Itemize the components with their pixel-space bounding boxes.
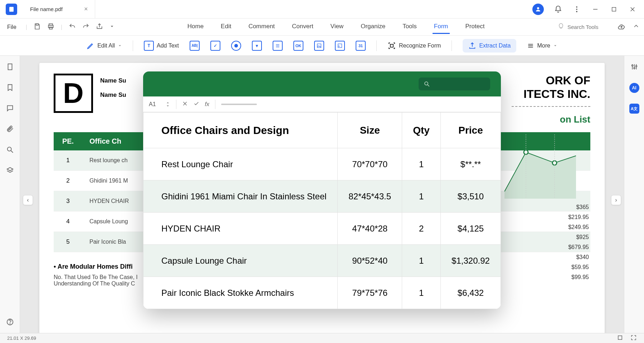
dropdown-field-button[interactable]: ▾ — [252, 41, 262, 51]
formula-bar: A1 fx — [143, 96, 501, 112]
help-button[interactable] — [6, 318, 14, 327]
document-tab[interactable]: File name.pdf × — [23, 0, 95, 18]
price-value: $679.95 — [568, 242, 589, 252]
dropdown-button[interactable] — [109, 24, 114, 30]
save-button[interactable] — [34, 23, 41, 31]
cell-qty[interactable]: 1 — [402, 148, 441, 180]
cell-price[interactable]: $3,510 — [441, 180, 501, 213]
radio-button[interactable] — [231, 41, 241, 51]
cell-size[interactable]: 70*70*70 — [338, 148, 402, 180]
menu-tab-edit[interactable]: Edit — [219, 20, 233, 34]
list-field-button[interactable] — [273, 41, 283, 51]
cell-name[interactable]: HYDEN CHAIR — [143, 213, 338, 245]
menu-tab-home[interactable]: Home — [186, 20, 205, 34]
redo-button[interactable] — [82, 23, 89, 31]
save-icon — [34, 23, 41, 30]
minimize-button[interactable] — [591, 5, 600, 14]
cell-name[interactable]: Rest Lounge Chair — [143, 148, 338, 180]
fit-page-button[interactable] — [617, 334, 623, 342]
file-menu[interactable]: File — [4, 24, 19, 30]
cell-name[interactable]: Ghidini 1961 Miami Chair In Stainless St… — [143, 180, 338, 213]
column-header[interactable]: Size — [338, 113, 402, 148]
print-button[interactable] — [47, 23, 54, 31]
menu-tab-protect[interactable]: Protect — [464, 20, 486, 34]
recognize-label: Recognize Form — [399, 43, 441, 49]
maximize-button[interactable] — [610, 5, 618, 14]
recognize-form-button[interactable]: Recognize Form — [387, 41, 441, 50]
user-avatar[interactable] — [532, 4, 544, 15]
close-window-button[interactable] — [628, 5, 637, 14]
add-text-button[interactable]: T Add Text — [144, 41, 179, 51]
column-header[interactable]: Price — [441, 113, 501, 148]
ok-button-field[interactable]: OK — [293, 41, 303, 51]
edit-all-button[interactable]: Edit All — [87, 42, 122, 50]
thumbnails-button[interactable] — [6, 63, 14, 72]
cell-price[interactable]: $4,125 — [441, 213, 501, 245]
stepper-icon[interactable] — [165, 101, 170, 108]
cell-name[interactable]: Pair Iconic Black Stokke Armchairs — [143, 277, 338, 309]
checkbox-button[interactable]: ✓ — [210, 41, 220, 51]
close-tab-icon[interactable]: × — [84, 5, 88, 13]
add-text-label: Add Text — [157, 43, 179, 49]
cell-reference[interactable]: A1 — [149, 101, 160, 108]
column-header[interactable]: Qty — [402, 113, 441, 148]
cell-size[interactable]: 79*75*76 — [338, 277, 402, 309]
translate-button[interactable]: A文 — [629, 104, 639, 114]
subtitle: on List — [512, 114, 590, 125]
comments-button[interactable] — [6, 104, 14, 114]
signature-field-button[interactable] — [335, 41, 345, 51]
next-page-button[interactable]: › — [611, 195, 621, 205]
search-tools-input[interactable] — [567, 24, 610, 30]
sheet-search[interactable] — [419, 78, 490, 90]
layers-button[interactable] — [6, 166, 14, 176]
menu-tab-view[interactable]: View — [329, 20, 345, 34]
ai-assistant-button[interactable]: AI — [629, 83, 639, 93]
prev-page-button[interactable]: ‹ — [23, 195, 33, 205]
notifications-button[interactable] — [554, 5, 562, 14]
collapse-ribbon-button[interactable] — [633, 23, 640, 32]
more-menu-button[interactable] — [572, 5, 581, 14]
cell-size[interactable]: 82*45*43.5 — [338, 180, 402, 213]
sliders-icon — [630, 63, 638, 71]
more-button[interactable]: More — [527, 42, 557, 49]
accept-formula-button[interactable] — [194, 101, 199, 108]
cell-price[interactable]: $6,432 — [441, 277, 501, 309]
cell-size[interactable]: 90*52*40 — [338, 245, 402, 277]
svg-point-26 — [10, 323, 10, 324]
cloud-upload-button[interactable] — [618, 23, 625, 32]
cancel-formula-button[interactable] — [182, 101, 188, 108]
cell-price[interactable]: $**.** — [441, 148, 501, 180]
svg-point-4 — [576, 11, 577, 12]
cell-name[interactable]: Capsule Lounge Chair — [143, 245, 338, 277]
cell-qty[interactable]: 1 — [402, 245, 441, 277]
menu-tab-convert[interactable]: Convert — [291, 20, 315, 34]
attachments-button[interactable] — [6, 125, 14, 134]
left-sidebar — [0, 56, 20, 334]
close-icon — [629, 6, 636, 13]
date-field-button[interactable]: 31 — [356, 41, 366, 51]
col-name: Office Ch — [82, 137, 121, 145]
cell-size[interactable]: 47*40*28 — [338, 213, 402, 245]
menu-tab-form[interactable]: Form — [433, 20, 450, 34]
cell-qty[interactable]: 1 — [402, 277, 441, 309]
column-header[interactable]: Office Chairs and Design — [143, 113, 338, 148]
extract-data-button[interactable]: Extract Data — [463, 39, 516, 53]
fx-label[interactable]: fx — [205, 101, 209, 108]
image-field-button[interactable] — [314, 41, 324, 51]
settings-panel-button[interactable] — [630, 63, 638, 72]
bookmarks-button[interactable] — [6, 84, 14, 93]
fullscreen-button[interactable] — [630, 334, 637, 342]
text-input-button[interactable]: AB| — [190, 41, 200, 51]
menu-tab-comment[interactable]: Comment — [247, 20, 276, 34]
formula-input[interactable] — [221, 104, 257, 105]
cell-qty[interactable]: 2 — [402, 213, 441, 245]
search-button[interactable] — [6, 146, 14, 155]
menu-tab-organize[interactable]: Organize — [359, 20, 387, 34]
share-button[interactable] — [96, 23, 103, 31]
undo-button[interactable] — [69, 23, 76, 31]
price-value: $249.95 — [568, 222, 589, 232]
menu-tab-tools[interactable]: Tools — [401, 20, 418, 34]
cell-qty[interactable]: 1 — [402, 180, 441, 213]
image-icon — [317, 43, 322, 48]
cell-price[interactable]: $1,320.92 — [441, 245, 501, 277]
